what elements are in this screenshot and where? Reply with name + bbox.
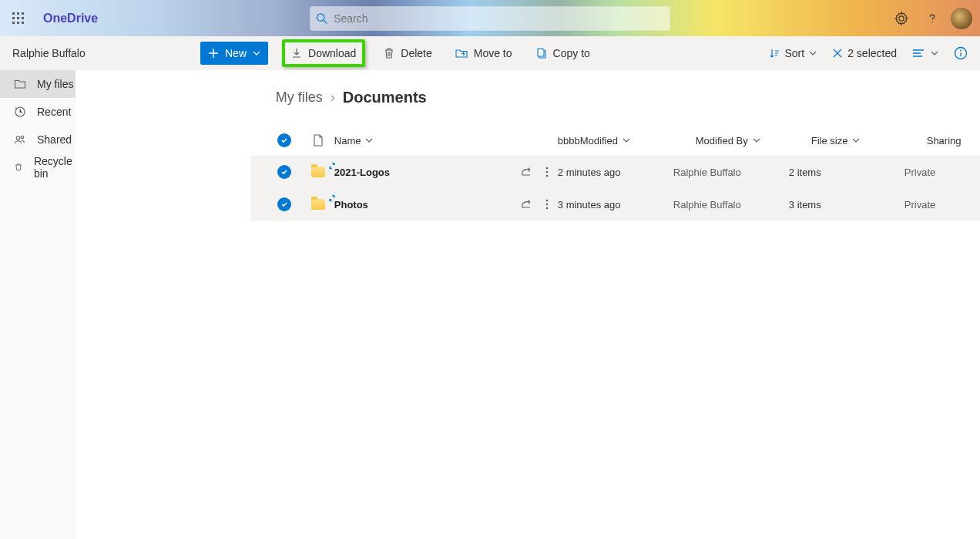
column-header-sharing[interactable]: Sharing: [927, 135, 980, 147]
move-to-button[interactable]: Move to: [451, 44, 517, 62]
svg-rect-4: [17, 17, 19, 19]
svg-rect-6: [12, 22, 15, 24]
sidebar-item-my-files[interactable]: My files: [0, 70, 76, 98]
row-modified-by: Ralphie Buffalo: [673, 167, 741, 178]
breadcrumb-separator-icon: ›: [331, 89, 335, 106]
search-icon: [316, 12, 327, 25]
svg-rect-5: [22, 17, 24, 19]
more-actions-icon[interactable]: [545, 167, 549, 177]
list-view-icon: [912, 49, 926, 58]
column-header-name[interactable]: Name: [334, 135, 558, 147]
file-type-header-icon[interactable]: [313, 134, 324, 147]
svg-point-16: [21, 136, 24, 139]
folder-icon: [311, 167, 325, 177]
more-actions-icon[interactable]: [545, 199, 549, 210]
selected-count-label: 2 selected: [847, 47, 897, 59]
download-icon: [291, 48, 302, 59]
table-row[interactable]: Photos 3 minutes ago Ralphie Buffalo 3 i…: [251, 188, 980, 221]
sidebar-item-recent[interactable]: Recent: [0, 98, 76, 126]
details-pane-button[interactable]: [954, 41, 968, 66]
view-options-button[interactable]: [912, 49, 938, 58]
app-launcher-icon[interactable]: [0, 0, 37, 36]
column-header-file-size[interactable]: File size: [811, 135, 927, 147]
svg-point-15: [16, 136, 19, 140]
sidebar-item-recycle-bin[interactable]: Recycle bin: [0, 153, 76, 181]
chevron-down-icon: [852, 136, 860, 144]
row-name: Photos: [334, 199, 368, 211]
svg-point-18: [545, 171, 548, 173]
column-header-modified-by[interactable]: Modified By: [696, 135, 811, 147]
svg-rect-7: [17, 22, 19, 24]
table-row[interactable]: 2021-Logos 2 minutes ago Ralphie Buffalo…: [251, 156, 980, 188]
share-icon[interactable]: [521, 199, 532, 210]
svg-point-21: [545, 204, 548, 206]
sidebar-item-label: Recent: [37, 106, 71, 118]
folder-icon: [14, 78, 26, 90]
sidebar-item-label: Recycle bin: [34, 155, 76, 180]
row-file-size: 3 items: [789, 199, 821, 211]
row-name: 2021-Logos: [334, 167, 390, 178]
clock-icon: [14, 106, 26, 118]
breadcrumb-parent[interactable]: My files: [276, 89, 323, 106]
chevron-down-icon: [809, 49, 817, 57]
sort-button-label: Sort: [784, 47, 804, 59]
help-icon[interactable]: [920, 6, 945, 31]
svg-point-22: [545, 207, 548, 210]
sync-icon: [328, 162, 336, 170]
sync-icon: [328, 194, 336, 202]
svg-rect-3: [12, 17, 15, 19]
main-content: My files › Documents Name bbbb Modified: [251, 70, 980, 539]
chevron-down-icon: [253, 49, 260, 57]
plus-icon: [208, 48, 219, 59]
sidebar-item-label: My files: [37, 78, 73, 90]
sort-button[interactable]: Sort: [769, 47, 817, 59]
copy-to-button[interactable]: Copy to: [531, 44, 595, 62]
sidebar: My files Recent Shared Recycle bin: [0, 70, 76, 539]
account-name[interactable]: Ralphie Buffalo: [0, 36, 176, 70]
row-modified: 2 minutes ago: [558, 167, 621, 178]
row-checkbox[interactable]: [277, 197, 291, 211]
row-checkbox[interactable]: [277, 165, 291, 179]
new-button[interactable]: New: [200, 42, 268, 65]
clear-selection-icon: [832, 48, 843, 59]
search-input[interactable]: [334, 12, 664, 25]
trash-icon: [384, 47, 394, 59]
folder-icon: [311, 199, 325, 210]
svg-rect-1: [17, 12, 19, 15]
share-icon[interactable]: [521, 167, 532, 177]
sort-icon: [769, 48, 780, 59]
chevron-down-icon: [753, 136, 760, 144]
copy-to-icon: [535, 47, 547, 59]
svg-line-10: [324, 20, 327, 23]
svg-point-9: [317, 13, 324, 20]
chevron-down-icon: [623, 136, 630, 144]
row-sharing: Private: [904, 199, 935, 211]
sidebar-item-shared[interactable]: Shared: [0, 126, 76, 153]
info-icon: [954, 46, 968, 60]
select-all-checkbox[interactable]: [277, 133, 291, 147]
row-modified-by: Ralphie Buffalo: [673, 199, 741, 211]
avatar[interactable]: [951, 8, 972, 29]
sidebar-item-label: Shared: [37, 133, 72, 146]
app-title[interactable]: OneDrive: [43, 12, 98, 25]
move-to-button-label: Move to: [474, 47, 512, 59]
settings-icon[interactable]: [889, 6, 914, 31]
svg-point-11: [931, 22, 933, 23]
row-file-size: 2 items: [789, 167, 821, 178]
svg-rect-2: [22, 12, 24, 15]
svg-point-13: [960, 50, 962, 52]
search-box[interactable]: [310, 6, 670, 31]
copy-to-button-label: Copy to: [553, 47, 590, 59]
svg-rect-8: [22, 22, 24, 24]
people-icon: [14, 133, 26, 146]
breadcrumb: My files › Documents: [251, 89, 980, 106]
delete-button[interactable]: Delete: [379, 44, 436, 62]
breadcrumb-current: Documents: [343, 89, 427, 106]
app-header: OneDrive: [0, 0, 980, 36]
selected-count[interactable]: 2 selected: [832, 47, 897, 59]
download-button[interactable]: Download: [287, 44, 361, 62]
column-header-modified[interactable]: Modified: [580, 135, 696, 147]
delete-button-label: Delete: [401, 47, 431, 59]
svg-point-17: [545, 167, 548, 170]
chevron-down-icon: [365, 136, 373, 144]
